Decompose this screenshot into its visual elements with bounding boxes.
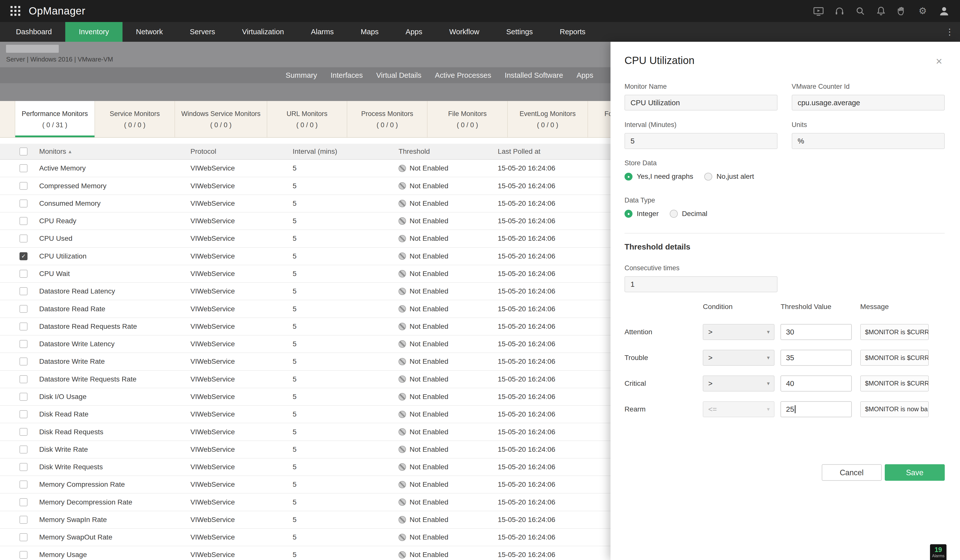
select-all-checkbox[interactable] bbox=[19, 147, 27, 155]
monitor-tab-performance-monitors[interactable]: Performance Monitors( 0 / 31 ) bbox=[15, 101, 95, 137]
row-checkbox[interactable] bbox=[19, 287, 27, 295]
radio-icon[interactable] bbox=[670, 210, 678, 218]
nav-item-maps[interactable]: Maps bbox=[347, 22, 392, 42]
nav-item-settings[interactable]: Settings bbox=[493, 22, 546, 42]
nav-item-workflow[interactable]: Workflow bbox=[436, 22, 493, 42]
radio-option-yes-i-need-graphs[interactable]: Yes,I need graphs bbox=[624, 173, 693, 181]
nav-item-network[interactable]: Network bbox=[123, 22, 176, 42]
nav-item-virtualization[interactable]: Virtualization bbox=[229, 22, 297, 42]
units-input[interactable]: % bbox=[792, 133, 945, 149]
support-headset-icon[interactable] bbox=[834, 5, 845, 16]
user-avatar[interactable] bbox=[938, 5, 950, 17]
message-input[interactable]: $MONITOR is $CURRE bbox=[860, 324, 929, 340]
store-data-label: Store Data bbox=[624, 159, 945, 167]
checkbox-cell bbox=[0, 410, 39, 418]
row-checkbox[interactable] bbox=[19, 516, 27, 524]
threshold-status: Not Enabled bbox=[410, 235, 448, 243]
close-icon[interactable]: × bbox=[933, 54, 945, 68]
monitor-tab-service-monitors[interactable]: Service Monitors( 0 / 0 ) bbox=[95, 101, 175, 137]
row-checkbox[interactable] bbox=[19, 480, 27, 488]
monitor-tab-process-monitors[interactable]: Process Monitors( 0 / 0 ) bbox=[347, 101, 427, 137]
cancel-button[interactable]: Cancel bbox=[822, 464, 882, 481]
device-tab-active-processes[interactable]: Active Processes bbox=[428, 67, 498, 83]
radio-option-integer[interactable]: Integer bbox=[624, 210, 659, 218]
row-checkbox[interactable] bbox=[19, 217, 27, 225]
radio-option-decimal[interactable]: Decimal bbox=[670, 210, 707, 218]
message-input[interactable]: $MONITOR is $CURRE bbox=[860, 376, 929, 392]
message-input[interactable]: $MONITOR is $CURRE bbox=[860, 350, 929, 366]
row-checkbox[interactable] bbox=[19, 200, 27, 208]
message-input[interactable]: $MONITOR is now ba bbox=[860, 401, 929, 417]
row-checkbox[interactable] bbox=[19, 323, 27, 331]
nav-overflow-icon[interactable]: ⋮ bbox=[939, 22, 960, 42]
monitor-tab-eventlog-monitors[interactable]: EventLog Monitors( 0 / 0 ) bbox=[508, 101, 588, 137]
condition-select[interactable]: >▾ bbox=[703, 350, 774, 366]
monitor-tab-file-monitors[interactable]: File Monitors( 0 / 0 ) bbox=[427, 101, 508, 137]
column-monitors[interactable]: Monitors ▴ bbox=[39, 147, 190, 155]
nav-item-dashboard[interactable]: Dashboard bbox=[3, 22, 65, 42]
threshold-value-input[interactable]: 40 bbox=[781, 376, 851, 392]
row-checkbox[interactable] bbox=[19, 551, 27, 559]
row-checkbox[interactable] bbox=[19, 182, 27, 190]
nav-item-servers[interactable]: Servers bbox=[176, 22, 229, 42]
row-checkbox[interactable] bbox=[19, 428, 27, 436]
row-checkbox[interactable] bbox=[19, 270, 27, 278]
nav-item-inventory[interactable]: Inventory bbox=[65, 22, 123, 42]
screen-share-icon[interactable] bbox=[813, 5, 824, 16]
settings-gear-icon[interactable]: ⚙ bbox=[917, 5, 928, 16]
nav-item-alarms[interactable]: Alarms bbox=[298, 22, 347, 42]
monitor-tab-windows-service-monitors[interactable]: Windows Service Monitors( 0 / 0 ) bbox=[175, 101, 267, 137]
device-tab-virtual-details[interactable]: Virtual Details bbox=[370, 67, 428, 83]
row-checkbox[interactable] bbox=[19, 340, 27, 348]
apps-grid-icon[interactable] bbox=[10, 5, 21, 16]
threshold-value-input[interactable]: 25 bbox=[781, 401, 851, 417]
row-checkbox[interactable] bbox=[19, 393, 27, 401]
monitor-threshold: Not Enabled bbox=[398, 428, 498, 436]
threshold-value-input[interactable]: 30 bbox=[781, 324, 851, 340]
save-button[interactable]: Save bbox=[885, 464, 945, 481]
nav-item-apps[interactable]: Apps bbox=[392, 22, 436, 42]
row-checkbox[interactable] bbox=[19, 410, 27, 418]
radio-option-label: No,just alert bbox=[717, 173, 754, 181]
row-checkbox[interactable] bbox=[19, 305, 27, 313]
device-tab-installed-software[interactable]: Installed Software bbox=[498, 67, 570, 83]
threshold-value-text: 30 bbox=[786, 328, 794, 336]
monitor-tab-label: File Monitors bbox=[448, 109, 487, 118]
row-checkbox[interactable] bbox=[19, 463, 27, 471]
row-checkbox[interactable] bbox=[19, 445, 27, 453]
notifications-bell-icon[interactable] bbox=[875, 5, 886, 16]
monitor-tab-url-monitors[interactable]: URL Monitors( 0 / 0 ) bbox=[267, 101, 347, 137]
alarm-badge[interactable]: 19 Alarms bbox=[930, 544, 947, 560]
condition-select[interactable]: >▾ bbox=[703, 376, 774, 392]
column-threshold[interactable]: Threshold bbox=[398, 147, 498, 155]
search-icon[interactable] bbox=[855, 5, 866, 16]
row-checkbox[interactable] bbox=[19, 498, 27, 506]
radio-icon[interactable] bbox=[704, 173, 712, 181]
feedback-hand-icon[interactable] bbox=[896, 5, 907, 16]
row-checkbox[interactable] bbox=[19, 164, 27, 172]
radio-selected-icon[interactable] bbox=[624, 210, 632, 218]
vmware-counter-id-input[interactable]: cpu.usage.average bbox=[792, 95, 945, 111]
not-enabled-icon bbox=[398, 481, 406, 488]
monitor-name-input[interactable]: CPU Utilization bbox=[624, 95, 778, 111]
nav-item-reports[interactable]: Reports bbox=[546, 22, 599, 42]
row-checkbox[interactable]: ✓ bbox=[19, 252, 27, 260]
not-enabled-icon bbox=[398, 446, 406, 453]
row-checkbox[interactable] bbox=[19, 375, 27, 383]
radio-option-no-just-alert[interactable]: No,just alert bbox=[704, 173, 754, 181]
monitor-threshold: Not Enabled bbox=[398, 393, 498, 401]
row-checkbox[interactable] bbox=[19, 533, 27, 541]
consecutive-times-input[interactable]: 1 bbox=[624, 276, 778, 292]
column-interval[interactable]: Interval (mins) bbox=[293, 147, 399, 155]
row-checkbox[interactable] bbox=[19, 235, 27, 243]
interval-minutes-input[interactable]: 5 bbox=[624, 133, 778, 149]
device-tab-interfaces[interactable]: Interfaces bbox=[324, 67, 370, 83]
condition-select[interactable]: >▾ bbox=[703, 324, 774, 340]
row-checkbox[interactable] bbox=[19, 357, 27, 365]
threshold-value-input[interactable]: 35 bbox=[781, 350, 851, 366]
radio-selected-icon[interactable] bbox=[624, 173, 632, 181]
monitor-name: Memory Decompression Rate bbox=[39, 498, 190, 506]
device-tab-summary[interactable]: Summary bbox=[279, 67, 324, 83]
column-protocol[interactable]: Protocol bbox=[190, 147, 293, 155]
device-tab-apps[interactable]: Apps bbox=[570, 67, 600, 83]
